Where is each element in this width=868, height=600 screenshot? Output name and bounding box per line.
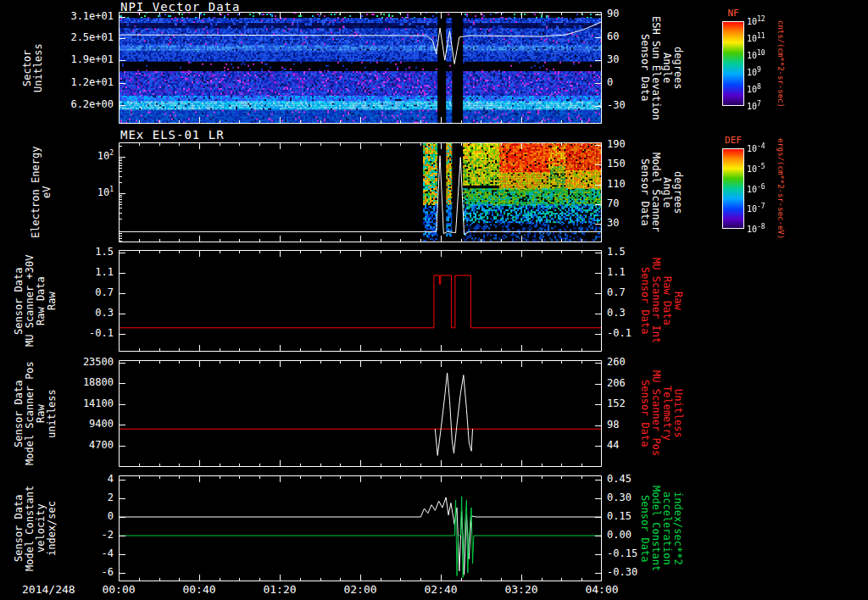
y-tick-label-right: 90: [607, 8, 644, 20]
y-tick-label-right: 150: [607, 158, 644, 170]
exponent: 1: [109, 186, 114, 193]
y-tick-label-left: 1.9e+01: [59, 53, 114, 66]
panel-title-els: MEx ELS-01 LR: [120, 128, 225, 142]
x-tick-label: 04:00: [575, 583, 629, 596]
exponent: -5: [757, 162, 765, 169]
colorbar-tick-label: 10-5: [747, 164, 777, 174]
y-tick-label-right: 0.15: [607, 510, 644, 523]
plot-screen: NPI Vector Data MEx ELS-01 LR Sector Uni…: [0, 0, 868, 600]
y-axis-label-left-npi: Sector Unitless: [22, 12, 44, 124]
y-tick-label-right: 44: [607, 439, 644, 452]
y-tick-label-right: 206: [607, 377, 644, 390]
y-tick-label-right: 260: [607, 356, 644, 369]
colorbar-title-def: DEF: [717, 135, 749, 146]
colorbar-tick-label: 1011: [747, 34, 777, 43]
y-tick-label-right: -0.1: [607, 327, 644, 340]
y-tick-label-right: -0.30: [607, 566, 644, 579]
y-axis-label-right-mu-scanner: Sensor Data MU Scanner Int Raw Data Raw: [639, 250, 683, 352]
y-axis-label-right-els: Sensor Data Model Scanner Angle degrees: [639, 142, 683, 242]
y-tick-label-right: 30: [607, 53, 644, 66]
x-tick-label: 00:00: [92, 583, 146, 596]
y-tick-label-left: 101: [59, 186, 114, 199]
y-tick-label-right: 98: [607, 419, 644, 431]
y-tick-label-left: 1.5: [59, 246, 114, 258]
y-tick-label-left: 14100: [59, 397, 114, 410]
panel-plot-model-constant: [119, 475, 602, 581]
colorbar-tick-label: 109: [747, 68, 777, 77]
exponent: 10: [757, 49, 765, 57]
y-tick-label-left: 9400: [59, 418, 114, 431]
y-tick-label-right: 70: [607, 197, 644, 210]
colorbar-unit-nf: cnts/(cm**2-sr-sec): [776, 13, 785, 114]
y-tick-label-right: 0.45: [607, 473, 644, 486]
y-axis-label-left-scanner-pos: Sensor Data Model Scanner Pos Raw unitle…: [14, 360, 58, 467]
y-tick-label-right: -0.15: [607, 547, 644, 560]
y-axis-label-left-els: Electron Energy eV: [31, 142, 53, 242]
exponent: -7: [757, 203, 765, 210]
colorbar-tick-label: 10-6: [747, 185, 777, 194]
y-tick-label-left: 0.3: [59, 307, 114, 319]
y-tick-label-left: -6: [59, 566, 114, 579]
y-axis-label-right-npi: Sensor Data ESH Sun Elevation Angle degr…: [639, 12, 683, 124]
y-tick-label-left: 6.2e+00: [59, 98, 114, 111]
colorbar-tick-label: 10-4: [747, 144, 777, 153]
y-tick-label-left: 2: [59, 492, 114, 504]
colorbar-tick-label: 1010: [747, 51, 777, 60]
y-tick-label-right: 0.30: [607, 492, 644, 504]
exponent: 7: [757, 100, 761, 108]
colorbar-tick-label: 108: [747, 85, 777, 94]
y-tick-label-left: 0: [59, 510, 114, 523]
panel-plot-mu-scanner-30v: [119, 250, 602, 352]
y-tick-label-left: 3.1e+01: [59, 10, 114, 23]
y-tick-label-left: -0.1: [59, 327, 114, 340]
exponent: -8: [757, 223, 765, 231]
y-tick-label-right: 0.00: [607, 529, 644, 542]
exponent: 9: [757, 66, 761, 74]
y-tick-label-right: 60: [607, 31, 644, 43]
panel-plot-npi: [119, 12, 602, 124]
y-tick-label-left: -4: [59, 547, 114, 560]
colorbar-tick-label: 10-7: [747, 204, 777, 214]
y-tick-label-right: 1.1: [607, 266, 644, 279]
y-axis-label-left-model-constant: Sensor Data Model Constant velocity inde…: [14, 475, 58, 581]
colorbar-tick-label: 107: [747, 102, 777, 111]
colorbar-unit-def: ergs/(cm**2-sr-sec-eV): [776, 138, 785, 240]
x-tick-label: 01:20: [253, 583, 307, 596]
y-tick-label-left: 4: [59, 473, 114, 486]
y-tick-label-right: 0.3: [607, 307, 644, 319]
exponent: 2: [109, 149, 114, 157]
y-tick-label-left: 1.1: [59, 266, 114, 279]
exponent: -4: [757, 142, 765, 150]
y-tick-label-right: 0.7: [607, 286, 644, 299]
exponent: 8: [757, 83, 761, 91]
x-tick-label: 00:40: [172, 583, 226, 596]
y-tick-label-right: 0: [607, 76, 644, 89]
x-tick-label: 03:20: [494, 583, 548, 596]
x-axis-date-label: 2014/248: [22, 583, 90, 596]
y-tick-label-left: 102: [59, 150, 114, 163]
colorbar-title-nf: NF: [717, 8, 749, 19]
y-tick-label-left: 1.2e+01: [59, 76, 114, 89]
panel-plot-els: [119, 142, 602, 242]
y-axis-label-right-model-constant: Sensor Data Model Constant acceleration …: [639, 475, 683, 581]
y-axis-label-right-scanner-pos: Sensor Data MU Scanner Pos Telemetry Uni…: [639, 360, 683, 467]
exponent: -6: [757, 182, 765, 190]
y-tick-label-left: -2: [59, 529, 114, 542]
y-tick-label-right: 152: [607, 397, 644, 410]
colorbar-def: [722, 148, 744, 229]
y-tick-label-right: -30: [607, 99, 644, 112]
y-tick-label-left: 23500: [59, 356, 114, 369]
colorbar-nf: [722, 21, 744, 106]
y-tick-label-left: 0.7: [59, 286, 114, 299]
colorbar-tick-label: 1012: [747, 17, 777, 26]
y-tick-label-right: 30: [607, 217, 644, 230]
exponent: 12: [757, 15, 765, 23]
exponent: 11: [757, 32, 765, 40]
y-tick-label-left: 4700: [59, 439, 114, 452]
y-tick-label-right: 110: [607, 178, 644, 191]
panel-plot-model-scanner-pos: [119, 360, 602, 467]
y-tick-label-left: 2.5e+01: [59, 31, 114, 44]
y-tick-label-left: 18800: [59, 376, 114, 389]
y-tick-label-right: 190: [607, 138, 644, 151]
y-axis-label-left-mu-scanner: Sensor Data MU Scanner +30V Raw Data Raw: [14, 250, 58, 352]
